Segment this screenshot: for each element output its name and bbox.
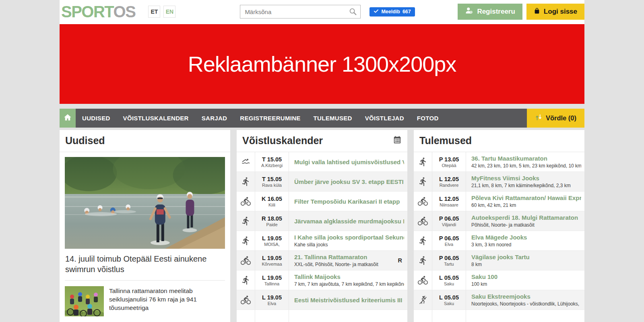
event-date-cell: L 05.05Saku (432, 290, 466, 310)
event-subtitle: 3 km, 3 km noored (471, 242, 581, 248)
compare-label: Võrdle (0) (546, 114, 576, 122)
check-icon (374, 8, 379, 15)
event-date: P 06.05 (439, 255, 459, 261)
event-link[interactable]: MyFitness Viimsi Jooks (471, 175, 581, 182)
event-link[interactable]: Elva Mägede Jooks (471, 234, 581, 241)
news-list-item[interactable]: Tallinna rattamaraton meelitab seiklusja… (65, 280, 225, 322)
event-subtitle: 21,1 km, 8 km, 7 km käimine/kepikõnd, 2,… (471, 183, 581, 188)
lock-icon (534, 8, 540, 16)
event-row: L 12.05NiinsaarePõleva Kivi Rattamaraton… (414, 192, 584, 211)
event-link[interactable]: I Kahe silla jooks spordiportaal Sekundo… (294, 234, 404, 241)
login-button[interactable]: Logi sisse (526, 4, 584, 20)
event-link[interactable]: 21. Tallinna Rattamaraton (294, 254, 395, 260)
event-date: P 13.05 (439, 156, 459, 163)
person-add-icon (465, 6, 473, 17)
event-date: L 05.05 (439, 294, 459, 301)
nav-home-button[interactable] (60, 109, 76, 128)
event-link[interactable]: Autoeksperdi 18. Mulgi Rattamaraton (471, 214, 581, 221)
event-subtitle: XXL-sõit, Põhisõit, Noorte- ja matkasõit (294, 262, 395, 267)
event-link[interactable]: Ümber järve jooksu SV 3. etapp EESTI 100 (294, 178, 404, 185)
event-location: Elva (268, 301, 276, 306)
login-label: Logi sisse (544, 8, 577, 16)
bike-icon (237, 192, 255, 211)
event-location: Otepää (442, 163, 456, 168)
nav-item-voistlejad[interactable]: VÕISTLEJAD (359, 109, 411, 128)
event-location: Tartu (444, 262, 454, 266)
event-link[interactable]: Järvamaa algklasside murdmajooksu KV (294, 218, 404, 225)
run-icon (237, 211, 255, 231)
main-article-headline[interactable]: 14. juulil toimub Otepääl Eesti ainukene… (65, 254, 225, 275)
compare-button[interactable]: Võrdle (0) (527, 109, 584, 128)
event-row: L 19.05ElvaEesti Meistrivõistlused krite… (237, 290, 407, 310)
run-icon (414, 231, 432, 250)
event-date: L 19.05 (262, 235, 282, 242)
event-row: P 06.05TartuVägilase jooks Tartu8 km (414, 251, 584, 270)
event-date-cell: P 06.05Tartu (432, 251, 466, 270)
event-link[interactable]: Tallink Maijooks (294, 273, 404, 280)
like-count: 667 (402, 9, 411, 14)
nav-item-sarjad[interactable]: SARJAD (195, 109, 233, 128)
search-input[interactable] (240, 5, 361, 19)
event-date: L 19.05 (262, 275, 282, 281)
event-subtitle: Kahe silla jooks (294, 242, 404, 248)
event-title-cell: Tallink Maijooks7 km, 7 km ajavõtuta, 7 … (289, 270, 407, 290)
event-subtitle: 42 km, 23 km, 10 km, 5 km, 23 km kepikõn… (471, 163, 581, 169)
calendar-panel: Võistluskalender T 15.05A.KitzbergiMulgi… (237, 130, 407, 322)
main-article-photo[interactable] (65, 157, 225, 249)
lang-button-en[interactable]: EN (163, 6, 175, 18)
event-link[interactable]: 36. Tartu Maastikumaraton (471, 155, 581, 162)
event-date-cell: T 15.05Rava küla (255, 172, 289, 191)
nav-item-fotod[interactable]: FOTOD (411, 109, 445, 128)
run-icon (237, 270, 255, 290)
calendar-icon[interactable] (393, 136, 402, 146)
event-row: L 05.05SakuSaku EkstreemjooksNoortejooks… (414, 290, 584, 310)
results-panel: Tulemused P 13.05Otepää36. Tartu Maastik… (414, 130, 584, 322)
results-rows: P 13.05Otepää36. Tartu Maastikumaraton42… (414, 152, 584, 322)
event-location: Saku (444, 301, 454, 306)
climb-icon (414, 290, 432, 310)
event-link[interactable]: Põleva Kivi Rattamaraton/ Hawaii Express (471, 194, 581, 201)
event-title-cell: Eesti Meistrivõistlused kriteeriumis III… (289, 290, 407, 310)
event-link[interactable]: Saku 100 (471, 273, 581, 280)
event-row: L 19.05TallinnaTallink Maijooks7 km, 7 k… (237, 270, 407, 290)
search-icon[interactable] (349, 7, 357, 18)
results-panel-title: Tulemused (419, 135, 472, 147)
facebook-like-badge[interactable]: Meeldib 667 (369, 7, 415, 17)
event-link[interactable]: Vägilase jooks Tartu (471, 254, 581, 260)
calendar-panel-title: Võistluskalender (242, 135, 323, 147)
site-logo[interactable]: SPORTOS (61, 4, 135, 20)
event-date: P 06.05 (439, 215, 459, 222)
register-button[interactable]: Registreeru (458, 4, 522, 20)
nav-item-registreerumine[interactable]: REGISTREERUMINE (233, 109, 307, 128)
event-date-cell: T 15.05A.Kitzbergi (255, 152, 289, 171)
article-headline[interactable]: Tallinna rattamaraton meelitab seiklusja… (109, 286, 225, 316)
nav-item-uudised[interactable]: UUDISED (76, 109, 117, 128)
bike-icon (414, 270, 432, 290)
lang-button-et[interactable]: ET (148, 6, 160, 18)
event-location: Saku (444, 281, 454, 286)
event-link[interactable]: Saku Ekstreemjooks (471, 293, 581, 300)
bike-icon (414, 192, 432, 211)
event-title-cell: MyFitness Viimsi Jooks21,1 km, 8 km, 7 k… (466, 172, 584, 191)
event-location: Niinsaare (440, 202, 458, 207)
article-thumbnail-cyclists[interactable] (65, 286, 104, 316)
event-link[interactable]: Eesti Meistrivõistlused kriteeriumis III… (294, 297, 404, 303)
event-location: Tallinna (264, 281, 279, 286)
event-date: T 15.05 (262, 176, 282, 182)
event-date: L 12.05 (439, 176, 459, 182)
event-title-cell: Filter Temposõidu Karikasari II etapp (289, 192, 407, 211)
bike-icon (237, 290, 255, 310)
ad-banner[interactable]: Reklaambänner 1300x200px (60, 24, 584, 104)
event-date: T 15.05 (262, 156, 282, 163)
nav-item-tulemused[interactable]: TULEMUSED (307, 109, 359, 128)
nav-item-voistluskalender[interactable]: VÕISTLUSKALENDER (117, 109, 195, 128)
event-row: P 06.05ViljandiAutoeksperdi 18. Mulgi Ra… (414, 211, 584, 231)
event-link[interactable]: Filter Temposõidu Karikasari II etapp (294, 198, 404, 205)
event-link[interactable]: Mulgi valla lahtised ujumisvõistlused V … (294, 159, 404, 165)
main-nav: UUDISEDVÕISTLUSKALENDERSARJADREGISTREERU… (60, 109, 584, 128)
event-subtitle: 7 km, 7 km ajavõtuta, 7 km kepikõnd, 7 k… (294, 281, 404, 287)
event-subtitle: Põhisõit, Noorte- ja matkasõit (471, 222, 581, 228)
event-row: K 16.05KiiliFilter Temposõidu Karikasari… (237, 192, 407, 211)
event-date: L 19.05 (262, 255, 282, 261)
event-date-cell: L 12.05Niinsaare (432, 192, 466, 211)
